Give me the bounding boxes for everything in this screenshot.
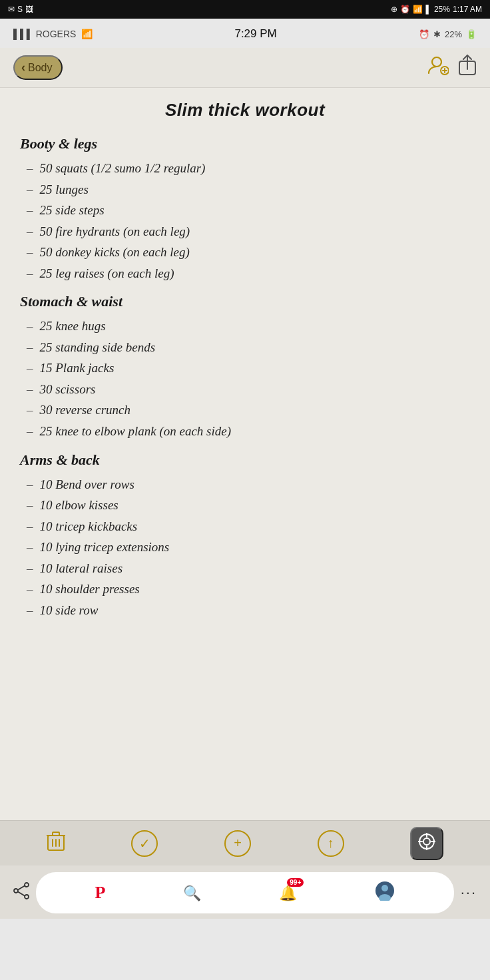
exercise-text: 15 Plank jacks: [40, 359, 115, 377]
section-heading-booty-legs: Booty & legs: [20, 135, 470, 152]
dash-icon: –: [27, 559, 33, 578]
pinterest-home-button[interactable]: P: [95, 883, 105, 903]
alarm-icon: ⏰: [400, 5, 410, 14]
profile-nav-button[interactable]: [375, 881, 395, 905]
person-plus-icon: [427, 55, 449, 81]
upload-icon: ↑: [328, 836, 334, 851]
section-heading-arms-back: Arms & back: [20, 451, 470, 469]
section-stomach-waist: Stomach & waist – 25 knee hugs – 25 stan…: [20, 293, 470, 441]
dash-icon: –: [27, 475, 33, 494]
pinterest-logo-icon: P: [95, 883, 105, 902]
pinterest-nav-bar: P 🔍 🔔 99+: [36, 872, 454, 913]
list-item: – 25 lunges: [20, 179, 470, 200]
dash-icon: –: [27, 317, 33, 336]
svg-point-13: [423, 838, 430, 845]
ios-time: 7:29 PM: [234, 27, 276, 41]
list-item: – 25 standing side bends: [20, 337, 470, 358]
exercise-text: 25 leg raises (on each leg): [40, 264, 174, 283]
list-item: – 50 squats (1/2 sumo 1/2 regular): [20, 158, 470, 179]
dash-icon: –: [27, 538, 33, 557]
back-button[interactable]: ‹ Body: [13, 55, 63, 80]
wifi-icon: 📶: [81, 29, 93, 39]
svg-point-20: [25, 895, 29, 899]
exercise-text: 25 side steps: [40, 201, 105, 220]
list-item: – 30 reverse crunch: [20, 399, 470, 421]
more-options-button[interactable]: ···: [461, 884, 477, 901]
list-item: – 50 fire hydrants (on each leg): [20, 221, 470, 242]
exercise-text: 25 knee to elbow plank (on each side): [40, 422, 232, 441]
app-header: ‹ Body: [0, 48, 490, 88]
svg-point-19: [14, 889, 18, 893]
svg-point-18: [25, 883, 29, 887]
exercise-text: 50 donkey kicks (on each leg): [40, 243, 190, 262]
list-item: – 10 lateral raises: [20, 558, 470, 579]
search-nav-button[interactable]: 🔍: [183, 883, 201, 902]
android-status-left: ✉ S 🖼: [8, 5, 33, 14]
ios-status-right: ⏰ ✱ 22% 🔋: [419, 29, 477, 39]
bluetooth-icon: ✱: [433, 29, 441, 39]
exercise-text: 30 reverse crunch: [40, 401, 130, 419]
ellipsis-icon: ···: [461, 884, 477, 901]
share-external-button[interactable]: [13, 882, 29, 903]
list-item: – 25 knee hugs: [20, 316, 470, 337]
clock: 1:17 AM: [453, 5, 482, 14]
list-item: – 10 lying tricep extensions: [20, 537, 470, 558]
exercise-text: 10 side row: [40, 601, 99, 620]
signal-bars: ▌▌▌: [13, 29, 33, 39]
dash-icon: –: [27, 401, 33, 419]
svg-point-0: [432, 57, 441, 67]
exercise-text: 25 lunges: [40, 180, 89, 199]
list-item: – 10 elbow kisses: [20, 495, 470, 516]
ios-status-bar: ▌▌▌ ROGERS 📶 7:29 PM ⏰ ✱ 22% 🔋: [0, 19, 490, 48]
back-chevron-icon: ‹: [21, 61, 25, 75]
battery-icon: 🔋: [466, 29, 477, 39]
section-heading-stomach-waist: Stomach & waist: [20, 293, 470, 310]
battery-level: 25%: [434, 5, 450, 14]
wifi-icon: 📶: [413, 5, 423, 14]
exercise-text: 50 fire hydrants (on each leg): [40, 222, 190, 241]
stomach-waist-list: – 25 knee hugs – 25 standing side bends …: [20, 316, 470, 441]
header-action-icons: [427, 55, 477, 81]
exercise-text: 10 elbow kisses: [40, 496, 119, 515]
android-status-right: ⊕ ⏰ 📶 ▌ 25% 1:17 AM: [391, 5, 482, 14]
search-nav-icon: 🔍: [183, 885, 201, 901]
check-icon: ✓: [139, 836, 150, 852]
dash-icon: –: [27, 359, 33, 377]
dash-icon: –: [27, 496, 33, 515]
list-item: – 25 knee to elbow plank (on each side): [20, 421, 470, 442]
android-status-bar: ✉ S 🖼 ⊕ ⏰ 📶 ▌ 25% 1:17 AM: [0, 0, 490, 19]
notifications-button[interactable]: 🔔 99+: [279, 883, 297, 902]
share-button[interactable]: [458, 55, 477, 81]
dash-icon: –: [27, 380, 33, 399]
section-arms-back: Arms & back – 10 Bend over rows – 10 elb…: [20, 451, 470, 621]
alarm-icon: ⏰: [419, 29, 429, 39]
check-button[interactable]: ✓: [131, 830, 158, 857]
add-button[interactable]: +: [224, 830, 251, 857]
dash-icon: –: [27, 243, 33, 262]
list-item: – 15 Plank jacks: [20, 358, 470, 379]
share-upload-icon: [458, 55, 477, 81]
ios-battery: 22%: [445, 29, 462, 39]
svg-line-21: [18, 886, 25, 890]
dash-icon: –: [27, 180, 33, 199]
dash-icon: –: [27, 264, 33, 283]
list-item: – 10 tricep kickbacks: [20, 516, 470, 537]
list-item: – 30 scissors: [20, 379, 470, 400]
dash-icon: –: [27, 580, 33, 599]
camera-search-icon: [418, 833, 435, 854]
main-content: Slim thick workout Booty & legs – 50 squ…: [0, 88, 490, 820]
list-item: – 50 donkey kicks (on each leg): [20, 242, 470, 263]
arms-back-list: – 10 Bend over rows – 10 elbow kisses – …: [20, 474, 470, 621]
delete-button[interactable]: [47, 830, 65, 856]
exercise-text: 50 squats (1/2 sumo 1/2 regular): [40, 159, 206, 178]
add-user-button[interactable]: [427, 55, 449, 81]
dash-icon: –: [27, 201, 33, 220]
booty-legs-list: – 50 squats (1/2 sumo 1/2 regular) – 25 …: [20, 158, 470, 284]
notification-count: 99+: [287, 878, 304, 887]
svg-rect-8: [53, 832, 59, 836]
upload-button[interactable]: ↑: [318, 830, 344, 857]
back-label: Body: [28, 62, 52, 74]
screenshot-search-button[interactable]: [410, 827, 443, 860]
dash-icon: –: [27, 338, 33, 357]
svg-point-24: [381, 885, 388, 891]
